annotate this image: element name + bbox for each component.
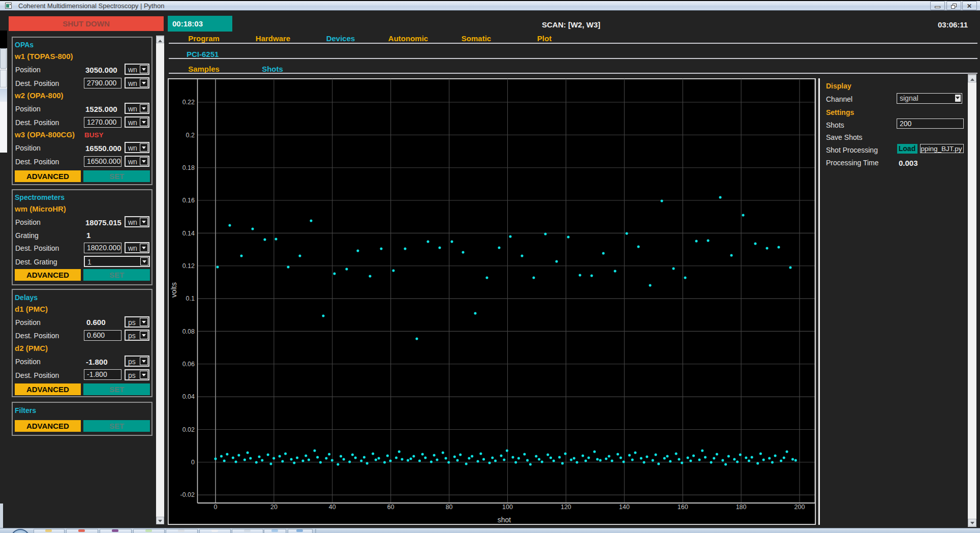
svg-text:80: 80 [446,504,453,511]
svg-text:60: 60 [387,504,394,511]
svg-text:120: 120 [561,504,571,511]
svg-text:0: 0 [214,504,218,511]
svg-text:0: 0 [191,459,195,466]
svg-text:shot: shot [498,516,511,524]
svg-text:100: 100 [502,504,513,511]
svg-text:volts: volts [170,282,178,298]
svg-text:180: 180 [736,504,747,511]
svg-text:0.22: 0.22 [182,99,195,106]
svg-text:0.2: 0.2 [186,132,195,139]
svg-text:0.08: 0.08 [182,328,195,335]
svg-text:160: 160 [678,504,688,511]
svg-text:0.06: 0.06 [182,361,195,368]
svg-text:200: 200 [794,504,805,511]
svg-text:20: 20 [270,504,278,511]
svg-text:40: 40 [329,504,336,511]
svg-text:0.1: 0.1 [186,295,195,302]
svg-text:0.18: 0.18 [182,164,195,171]
svg-text:140: 140 [619,504,630,511]
svg-text:0.04: 0.04 [182,393,195,400]
svg-text:0.12: 0.12 [182,262,195,270]
svg-text:0.14: 0.14 [182,230,195,237]
svg-text:0.16: 0.16 [182,197,195,204]
svg-text:-0.02: -0.02 [180,491,195,498]
svg-text:0.02: 0.02 [182,426,195,433]
